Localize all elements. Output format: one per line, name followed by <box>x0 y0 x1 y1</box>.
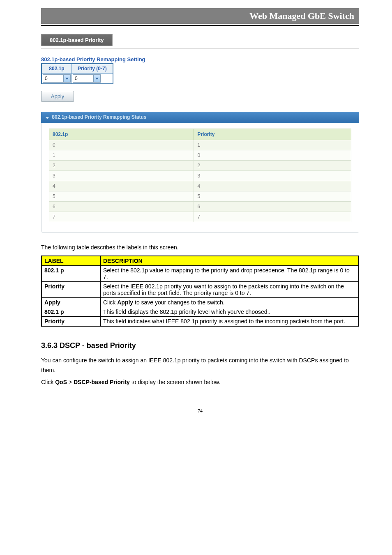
desc-text: This field indicates what IEEE 802.1p pr… <box>101 316 359 326</box>
cell-8021p: 3 <box>49 170 194 181</box>
cell-8021p: 0 <box>49 140 194 150</box>
table-row: 7 7 <box>49 212 351 222</box>
desc-text: Click Apply to save your changes to the … <box>101 297 359 307</box>
desc-label: 802.1 p <box>42 307 101 316</box>
table-row: 2 2 <box>49 160 351 170</box>
setting-col-priority: Priority (0-7) <box>72 64 113 74</box>
section-para-2: Click QoS > DSCP-based Priority to displ… <box>41 378 359 387</box>
cell-priority: 3 <box>194 170 351 181</box>
para2-b2: DSCP-based Priority <box>74 379 130 385</box>
cell-8021p: 4 <box>49 181 194 191</box>
table-row: Priority This field indicates what IEEE … <box>42 316 359 326</box>
desc-text-pre: Click <box>103 299 117 306</box>
cell-8021p: 1 <box>49 150 194 160</box>
section-para-1: You can configure the switch to assign a… <box>41 356 359 375</box>
tab-8021p-priority[interactable]: 802.1p-based Priority <box>41 34 113 46</box>
page-header: Web Managed GbE Switch <box>41 8 359 24</box>
section-heading: 3.6.3 DSCP - based Priority <box>41 341 359 350</box>
table-row: 5 5 <box>49 191 351 201</box>
tab-underline <box>41 48 359 49</box>
desc-label: Priority <box>42 316 101 326</box>
chevron-down-icon[interactable] <box>93 74 101 83</box>
select-8021p-value: 0 <box>43 74 63 83</box>
cell-8021p: 5 <box>49 191 194 201</box>
setting-col-8021p: 802.1p <box>42 64 72 74</box>
apply-button-label: Apply <box>51 93 65 99</box>
cell-priority: 6 <box>194 201 351 212</box>
status-col-8021p: 802.1p <box>49 129 194 140</box>
desc-text-post: to save your changes to the switch. <box>133 299 225 306</box>
header-underline <box>41 25 359 26</box>
table-row: Priority Select the IEEE 802.1p priority… <box>42 281 359 297</box>
desc-label: Apply <box>42 297 101 307</box>
remapping-setting-table: 802.1p Priority (0-7) 0 0 <box>41 63 113 84</box>
select-8021p[interactable]: 0 <box>43 74 71 83</box>
remapping-setting-title: 802.1p-based Priority Remapping Setting <box>41 56 359 62</box>
page-number: 74 <box>41 408 359 414</box>
cell-priority: 7 <box>194 212 351 222</box>
table-row: 3 3 <box>49 170 351 181</box>
para2-post: to display the screen shown below. <box>130 379 220 385</box>
desc-head-description: DESCRIPTION <box>101 256 359 266</box>
apply-button[interactable]: Apply <box>41 91 74 102</box>
chevron-down-icon <box>46 115 49 120</box>
cell-8021p: 7 <box>49 212 194 222</box>
status-table: 802.1p Priority 0 1 1 0 2 2 3 3 <box>49 129 351 222</box>
select-priority[interactable]: 0 <box>73 74 101 83</box>
table-row: 802.1 p This field displays the 802.1p p… <box>42 307 359 316</box>
tab-label: 802.1p-based Priority <box>50 37 104 43</box>
desc-text-bold: Apply <box>117 299 133 306</box>
para2-pre: Click <box>41 379 55 385</box>
desc-text: Select the 802.1p value to mapping to th… <box>101 265 359 281</box>
table-row: Apply Click Apply to save your changes t… <box>42 297 359 307</box>
cell-priority: 1 <box>194 140 351 150</box>
table-row: 802.1 p Select the 802.1p value to mappi… <box>42 265 359 281</box>
status-panel-header[interactable]: 802.1p-based Priority Remapping Status <box>41 112 359 123</box>
table-row: 0 1 <box>49 140 351 150</box>
table-row: 6 6 <box>49 201 351 212</box>
status-panel-title: 802.1p-based Priority Remapping Status <box>52 114 146 120</box>
para2-b1: QoS <box>55 379 67 385</box>
desc-label: Priority <box>42 281 101 297</box>
table-row: 1 0 <box>49 150 351 160</box>
chevron-down-icon[interactable] <box>63 74 71 83</box>
cell-priority: 2 <box>194 160 351 170</box>
tab-bar: 802.1p-based Priority <box>41 34 359 46</box>
para2-mid: > <box>67 379 74 385</box>
desc-label: 802.1 p <box>42 265 101 281</box>
table-row: 4 4 <box>49 181 351 191</box>
cell-priority: 0 <box>194 150 351 160</box>
description-table: LABEL DESCRIPTION 802.1 p Select the 802… <box>41 256 359 327</box>
cell-priority: 4 <box>194 181 351 191</box>
page-header-title: Web Managed GbE Switch <box>249 11 354 21</box>
desc-head-label: LABEL <box>42 256 101 266</box>
select-priority-value: 0 <box>73 74 93 83</box>
desc-text: This field displays the 802.1p priority … <box>101 307 359 316</box>
desc-text: Select the IEEE 802.1p priority you want… <box>101 281 359 297</box>
cell-8021p: 2 <box>49 160 194 170</box>
cell-8021p: 6 <box>49 201 194 212</box>
intro-text: The following table describes the labels… <box>41 244 359 251</box>
status-col-priority: Priority <box>194 129 351 140</box>
cell-priority: 5 <box>194 191 351 201</box>
status-panel: 802.1p Priority 0 1 1 0 2 2 3 3 <box>41 123 359 233</box>
